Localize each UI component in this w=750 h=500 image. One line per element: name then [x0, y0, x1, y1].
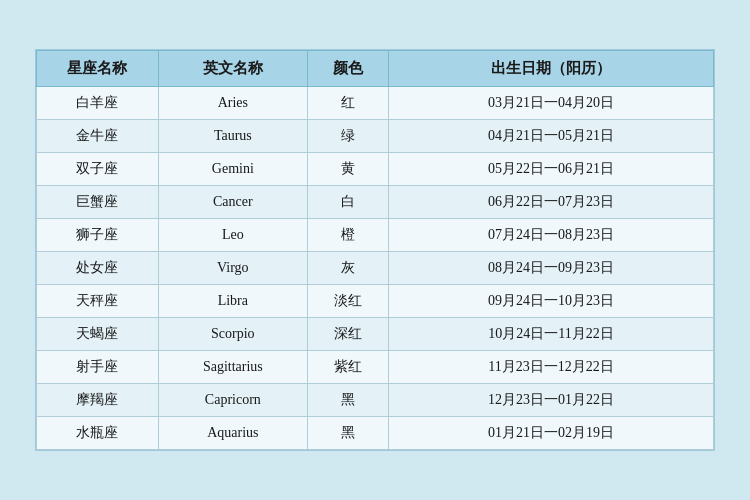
cell-chinese: 巨蟹座: [37, 186, 159, 219]
cell-chinese: 摩羯座: [37, 384, 159, 417]
table-row: 白羊座Aries红03月21日一04月20日: [37, 87, 714, 120]
cell-date: 11月23日一12月22日: [389, 351, 714, 384]
cell-chinese: 处女座: [37, 252, 159, 285]
cell-color: 红: [307, 87, 388, 120]
table-row: 狮子座Leo橙07月24日一08月23日: [37, 219, 714, 252]
cell-date: 08月24日一09月23日: [389, 252, 714, 285]
cell-english: Scorpio: [158, 318, 307, 351]
cell-english: Cancer: [158, 186, 307, 219]
cell-chinese: 天秤座: [37, 285, 159, 318]
cell-date: 04月21日一05月21日: [389, 120, 714, 153]
cell-date: 10月24日一11月22日: [389, 318, 714, 351]
cell-color: 绿: [307, 120, 388, 153]
cell-color: 黄: [307, 153, 388, 186]
table-row: 天蝎座Scorpio深红10月24日一11月22日: [37, 318, 714, 351]
header-english: 英文名称: [158, 51, 307, 87]
cell-color: 淡红: [307, 285, 388, 318]
zodiac-table: 星座名称 英文名称 颜色 出生日期（阳历） 白羊座Aries红03月21日一04…: [36, 50, 714, 450]
table-row: 水瓶座Aquarius黑01月21日一02月19日: [37, 417, 714, 450]
cell-chinese: 射手座: [37, 351, 159, 384]
cell-chinese: 水瓶座: [37, 417, 159, 450]
table-row: 天秤座Libra淡红09月24日一10月23日: [37, 285, 714, 318]
zodiac-table-container: 星座名称 英文名称 颜色 出生日期（阳历） 白羊座Aries红03月21日一04…: [35, 49, 715, 451]
cell-date: 09月24日一10月23日: [389, 285, 714, 318]
cell-color: 白: [307, 186, 388, 219]
cell-date: 03月21日一04月20日: [389, 87, 714, 120]
table-header-row: 星座名称 英文名称 颜色 出生日期（阳历）: [37, 51, 714, 87]
cell-date: 01月21日一02月19日: [389, 417, 714, 450]
cell-color: 黑: [307, 384, 388, 417]
cell-english: Aquarius: [158, 417, 307, 450]
cell-chinese: 金牛座: [37, 120, 159, 153]
cell-color: 黑: [307, 417, 388, 450]
cell-date: 07月24日一08月23日: [389, 219, 714, 252]
cell-date: 12月23日一01月22日: [389, 384, 714, 417]
cell-chinese: 双子座: [37, 153, 159, 186]
cell-english: Virgo: [158, 252, 307, 285]
cell-color: 深红: [307, 318, 388, 351]
cell-english: Sagittarius: [158, 351, 307, 384]
table-row: 双子座Gemini黄05月22日一06月21日: [37, 153, 714, 186]
cell-english: Capricorn: [158, 384, 307, 417]
cell-color: 灰: [307, 252, 388, 285]
cell-english: Gemini: [158, 153, 307, 186]
cell-chinese: 天蝎座: [37, 318, 159, 351]
header-date: 出生日期（阳历）: [389, 51, 714, 87]
cell-english: Libra: [158, 285, 307, 318]
cell-date: 05月22日一06月21日: [389, 153, 714, 186]
cell-chinese: 狮子座: [37, 219, 159, 252]
table-row: 处女座Virgo灰08月24日一09月23日: [37, 252, 714, 285]
header-chinese: 星座名称: [37, 51, 159, 87]
cell-date: 06月22日一07月23日: [389, 186, 714, 219]
cell-english: Aries: [158, 87, 307, 120]
table-row: 摩羯座Capricorn黑12月23日一01月22日: [37, 384, 714, 417]
header-color: 颜色: [307, 51, 388, 87]
cell-chinese: 白羊座: [37, 87, 159, 120]
cell-english: Leo: [158, 219, 307, 252]
cell-english: Taurus: [158, 120, 307, 153]
table-row: 巨蟹座Cancer白06月22日一07月23日: [37, 186, 714, 219]
cell-color: 紫红: [307, 351, 388, 384]
table-row: 金牛座Taurus绿04月21日一05月21日: [37, 120, 714, 153]
cell-color: 橙: [307, 219, 388, 252]
table-row: 射手座Sagittarius紫红11月23日一12月22日: [37, 351, 714, 384]
